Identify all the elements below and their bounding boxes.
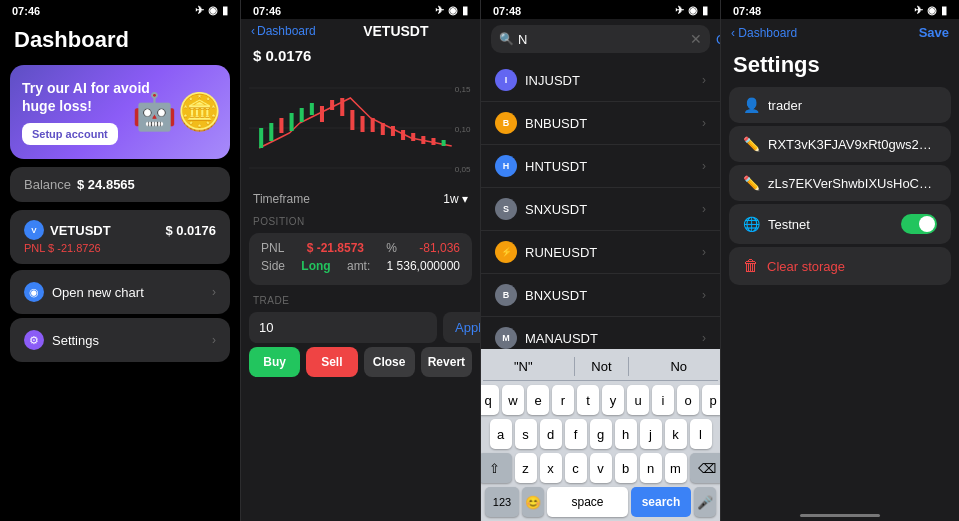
key-c[interactable]: c bbox=[565, 453, 587, 483]
revert-button[interactable]: Revert bbox=[421, 347, 472, 377]
kb-suggestions-row: "N" Not No bbox=[483, 353, 718, 381]
svg-rect-6 bbox=[290, 113, 294, 131]
search-bar-row: 🔍 ✕ Cancel bbox=[481, 19, 720, 59]
key-r[interactable]: r bbox=[552, 385, 574, 415]
testnet-label: Testnet bbox=[768, 217, 893, 232]
status-icons-3: ✈ ◉ ▮ bbox=[675, 4, 708, 17]
search-result-snxusdt[interactable]: S SNXUSDT › bbox=[481, 188, 720, 231]
key-x[interactable]: x bbox=[540, 453, 562, 483]
sell-button[interactable]: Sell bbox=[306, 347, 357, 377]
search-input[interactable] bbox=[518, 32, 686, 47]
suggest-not[interactable]: Not bbox=[574, 357, 628, 376]
keyboard: "N" Not No q w e r t y u i o p a s d f g… bbox=[481, 349, 720, 521]
clear-storage-button[interactable]: 🗑 Clear storage bbox=[729, 247, 951, 285]
airplane-icon-4: ✈ bbox=[914, 4, 923, 17]
buy-button[interactable]: Buy bbox=[249, 347, 300, 377]
svg-rect-3 bbox=[259, 128, 263, 148]
panel-chart: 07:46 ✈ ◉ ▮ ‹ Dashboard VETUSDT $ 0.0176 bbox=[240, 0, 480, 521]
key-a[interactable]: a bbox=[490, 419, 512, 449]
close-button[interactable]: Close bbox=[364, 347, 415, 377]
testnet-toggle[interactable] bbox=[901, 214, 937, 234]
injusdt-icon: I bbox=[495, 69, 517, 91]
search-results-list: I INJUSDT › B BNBUSDT › H HNTUSDT › S SN… bbox=[481, 59, 720, 360]
key-j[interactable]: j bbox=[640, 419, 662, 449]
menu-item-open-chart[interactable]: ◉ Open new chart › bbox=[10, 270, 230, 314]
trade-quantity-input[interactable] bbox=[249, 312, 437, 343]
timeframe-value[interactable]: 1w ▾ bbox=[443, 192, 468, 206]
wifi-icon: ◉ bbox=[208, 4, 218, 17]
chevron-bnbusdt: › bbox=[702, 116, 706, 130]
chart-title: VETUSDT bbox=[322, 23, 470, 39]
key-k[interactable]: k bbox=[665, 419, 687, 449]
trader-text: trader bbox=[768, 98, 937, 113]
key-w[interactable]: w bbox=[502, 385, 524, 415]
key-i[interactable]: i bbox=[652, 385, 674, 415]
back-button-chart[interactable]: ‹ Dashboard bbox=[251, 24, 316, 38]
key-v[interactable]: v bbox=[590, 453, 612, 483]
menu-item-settings[interactable]: ⚙ Settings › bbox=[10, 318, 230, 362]
emoji-key[interactable]: 😊 bbox=[522, 487, 544, 517]
settings-item-trader: 👤 trader bbox=[729, 87, 951, 123]
testnet-icon: 🌐 bbox=[743, 216, 760, 232]
save-button[interactable]: Save bbox=[919, 25, 949, 40]
side-label: Side bbox=[261, 259, 285, 273]
panel-dashboard: 07:46 ✈ ◉ ▮ Dashboard Try our AI for avo… bbox=[0, 0, 240, 521]
search-result-hntusdt[interactable]: H HNTUSDT › bbox=[481, 145, 720, 188]
key-y[interactable]: y bbox=[602, 385, 624, 415]
search-result-injusdt[interactable]: I INJUSDT › bbox=[481, 59, 720, 102]
dashboard-title: Dashboard bbox=[0, 19, 240, 59]
timeframe-label: Timeframe bbox=[253, 192, 310, 206]
chevron-bnxusdt: › bbox=[702, 288, 706, 302]
key-u[interactable]: u bbox=[627, 385, 649, 415]
coin-row-vetusdt[interactable]: V VETUSDT $ 0.0176 PNL $ -21.8726 bbox=[10, 210, 230, 264]
search-result-bnbusdt[interactable]: B BNBUSDT › bbox=[481, 102, 720, 145]
search-result-bnxusdt[interactable]: B BNXUSDT › bbox=[481, 274, 720, 317]
key-b[interactable]: b bbox=[615, 453, 637, 483]
svg-rect-5 bbox=[279, 118, 283, 133]
suggest-n[interactable]: "N" bbox=[506, 357, 541, 376]
balance-label: Balance bbox=[24, 177, 71, 192]
key2-text: zLs7EKVerShwbIXUsHoCErQ3XSlL0UBsLTjw... bbox=[768, 176, 937, 191]
shift-key[interactable]: ⇧ bbox=[480, 453, 512, 483]
key-h[interactable]: h bbox=[615, 419, 637, 449]
apply-button[interactable]: Apply bbox=[443, 312, 480, 343]
key-q[interactable]: q bbox=[480, 385, 499, 415]
search-result-runeusdt[interactable]: ⚡ RUNEUSDT › bbox=[481, 231, 720, 274]
back-label-chart: Dashboard bbox=[257, 24, 316, 38]
backspace-key[interactable]: ⌫ bbox=[690, 453, 721, 483]
key-n[interactable]: n bbox=[640, 453, 662, 483]
key-t[interactable]: t bbox=[577, 385, 599, 415]
chevron-snxusdt: › bbox=[702, 202, 706, 216]
space-key[interactable]: space bbox=[547, 487, 628, 517]
key-g[interactable]: g bbox=[590, 419, 612, 449]
svg-text:0,10: 0,10 bbox=[455, 125, 471, 134]
key-o[interactable]: o bbox=[677, 385, 699, 415]
manausdt-label: MANAUSDT bbox=[525, 331, 598, 346]
key-l[interactable]: l bbox=[690, 419, 712, 449]
settings-item-key2[interactable]: ✏️ zLs7EKVerShwbIXUsHoCErQ3XSlL0UBsLTjw.… bbox=[729, 165, 951, 201]
runeusdt-label: RUNEUSDT bbox=[525, 245, 597, 260]
key-e[interactable]: e bbox=[527, 385, 549, 415]
key-s[interactable]: s bbox=[515, 419, 537, 449]
settings-item-key1[interactable]: ✏️ RXT3vK3FJAV9xRt0gws2K7EVFFh1osthrybA.… bbox=[729, 126, 951, 162]
clear-search-icon[interactable]: ✕ bbox=[690, 31, 702, 47]
search-key[interactable]: search bbox=[631, 487, 691, 517]
battery-icon: ▮ bbox=[222, 4, 228, 17]
chevron-left-icon: ‹ bbox=[251, 24, 255, 38]
key-p[interactable]: p bbox=[702, 385, 720, 415]
settings-item-testnet: 🌐 Testnet bbox=[729, 204, 951, 244]
search-input-wrap: 🔍 ✕ bbox=[491, 25, 710, 53]
mic-key[interactable]: 🎤 bbox=[694, 487, 716, 517]
svg-rect-19 bbox=[421, 136, 425, 144]
key-m[interactable]: m bbox=[665, 453, 687, 483]
suggest-no[interactable]: No bbox=[662, 357, 695, 376]
trash-icon: 🗑 bbox=[743, 257, 759, 275]
numbers-key[interactable]: 123 bbox=[485, 487, 519, 517]
back-button-settings[interactable]: ‹ Dashboard bbox=[731, 26, 797, 40]
setup-account-button[interactable]: Setup account bbox=[22, 123, 118, 145]
status-bar-4: 07:48 ✈ ◉ ▮ bbox=[721, 0, 959, 19]
key-f[interactable]: f bbox=[565, 419, 587, 449]
key-d[interactable]: d bbox=[540, 419, 562, 449]
key-z[interactable]: z bbox=[515, 453, 537, 483]
svg-rect-14 bbox=[371, 118, 375, 132]
